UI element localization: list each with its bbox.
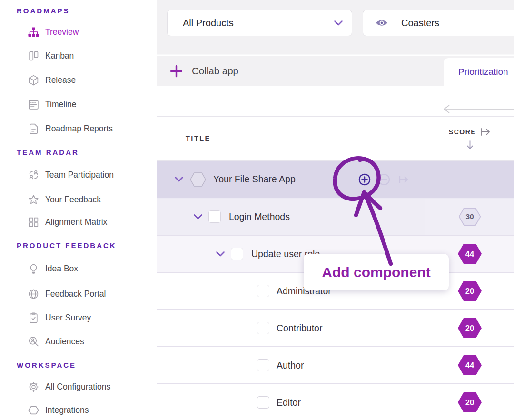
lightbulb-icon (27, 262, 40, 275)
sidebar-item-alignment-matrix[interactable]: Alignment Matrix (0, 210, 157, 233)
row-title: Editor (277, 397, 301, 408)
sidebar-item-label: Release (45, 75, 76, 85)
table-row-editor[interactable]: Editor 20 (157, 384, 514, 420)
column-header-score[interactable]: SCORE (425, 117, 514, 160)
row-title: Author (277, 360, 304, 371)
sidebar-item-label: User Survey (45, 313, 91, 323)
sidebar-item-team-participation[interactable]: Team Participation (0, 163, 157, 186)
column-divider (425, 86, 425, 116)
sidebar-item-label: Timeline (45, 100, 76, 110)
row-checkbox[interactable] (208, 210, 221, 223)
grid-icon (27, 216, 40, 228)
sidebar-item-label: Treeview (45, 27, 79, 37)
row-checkbox[interactable] (257, 396, 269, 409)
score-badge[interactable]: 44 (458, 355, 482, 375)
score-badge[interactable]: 30 (459, 208, 481, 226)
table-row-contributor[interactable]: Contributor 20 (157, 310, 514, 347)
toolbar: Collab app Prioritization (157, 56, 514, 86)
product-filter-dropdown[interactable]: All Products (167, 10, 352, 36)
tab-prioritization[interactable]: Prioritization (444, 58, 514, 86)
main-panel: All Products Coasters Collab app Priorit… (157, 0, 514, 420)
sidebar-section-team-radar: TEAM RADAR (17, 141, 79, 162)
add-collab-app-button[interactable]: Collab app (170, 61, 238, 81)
row-checkbox[interactable] (231, 248, 243, 260)
score-badge[interactable]: 20 (458, 392, 482, 412)
remove-component-button[interactable] (378, 173, 390, 186)
add-component-tooltip: Add component (304, 254, 449, 290)
tab-label: Prioritization (458, 67, 508, 77)
eye-icon (376, 18, 388, 28)
chevron-down-icon[interactable] (216, 251, 225, 257)
chevron-down-icon[interactable] (193, 214, 203, 220)
people-orbit-icon (27, 169, 40, 181)
person-search-icon (27, 335, 40, 348)
globe-icon (27, 288, 40, 300)
product-hexagon-icon (189, 170, 207, 189)
sidebar-item-audiences[interactable]: Audiences (0, 330, 157, 353)
sidebar-item-kanban[interactable]: Kanban (0, 44, 157, 67)
kanban-icon (27, 50, 40, 62)
sidebar-item-label: Idea Box (45, 264, 78, 274)
tooltip-label: Add component (322, 264, 430, 280)
sidebar-item-label: Team Participation (45, 170, 114, 180)
row-title: Your File Share App (213, 174, 296, 185)
table-row-author[interactable]: Author 44 (157, 347, 514, 384)
chevron-down-icon[interactable] (174, 176, 184, 182)
add-component-button[interactable] (358, 173, 371, 186)
sidebar: ROADMAPS Treeview Kanban Release Timelin… (0, 0, 157, 420)
score-cell (425, 161, 514, 198)
table-row-your-file-share-app[interactable]: Your File Share App (157, 161, 514, 199)
sidebar-item-label: Audiences (45, 337, 84, 347)
sidebar-section-product-feedback: PRODUCT FEEDBACK (17, 235, 117, 256)
sort-desc-icon (466, 140, 474, 150)
sidebar-item-label: Integrations (45, 405, 89, 415)
timeline-icon (27, 98, 40, 110)
sidebar-item-feedback-portal[interactable]: Feedback Portal (0, 282, 157, 305)
sidebar-item-label: Your Feedback (45, 195, 101, 205)
column-header-strip (157, 86, 514, 116)
sidebar-item-label: Kanban (45, 51, 74, 61)
sidebar-item-idea-box[interactable]: Idea Box (0, 257, 157, 280)
topbar: All Products Coasters (157, 0, 514, 55)
sidebar-item-roadmap-reports[interactable]: Roadmap Reports (0, 117, 157, 140)
score-cell: 44 (425, 347, 514, 383)
sidebar-item-all-configurations[interactable]: All Configurations (0, 375, 157, 398)
chevron-down-icon (334, 20, 343, 26)
row-checkbox[interactable] (257, 359, 269, 371)
column-resize-arrow-icon[interactable] (443, 104, 514, 114)
sidebar-item-your-feedback[interactable]: Your Feedback (0, 188, 157, 211)
score-badge[interactable]: 44 (458, 244, 482, 264)
sidebar-item-release[interactable]: Release (0, 69, 157, 91)
hexagon-icon (27, 404, 40, 416)
row-title: Login Methods (229, 211, 290, 222)
row-actions (358, 173, 410, 186)
clipboard-check-icon (27, 311, 40, 324)
score-cell: 30 (425, 199, 514, 235)
score-badge[interactable]: 20 (458, 281, 482, 301)
score-badge[interactable]: 20 (458, 318, 482, 338)
column-header-title[interactable]: TITLE (157, 117, 425, 160)
product-filter-value: All Products (183, 18, 334, 29)
row-checkbox[interactable] (257, 285, 269, 297)
treeview-icon (27, 26, 40, 38)
table-body: Your File Share App Login Methods (157, 161, 514, 420)
sidebar-item-user-survey[interactable]: User Survey (0, 306, 157, 329)
sidebar-section-roadmaps: ROADMAPS (17, 0, 70, 21)
sidebar-section-workspace: WORKSPACE (17, 354, 76, 375)
sidebar-item-label: Alignment Matrix (45, 217, 107, 227)
maps-to-icon[interactable] (397, 173, 410, 186)
table-row-login-methods[interactable]: Login Methods 30 (157, 199, 514, 236)
view-selector[interactable]: Coasters (363, 10, 514, 36)
sidebar-item-label: Feedback Portal (45, 289, 106, 299)
row-checkbox[interactable] (257, 322, 269, 334)
sidebar-item-label: All Configurations (45, 382, 110, 392)
sidebar-item-treeview[interactable]: Treeview (0, 20, 157, 43)
sidebar-item-label: Roadmap Reports (45, 124, 113, 134)
release-cube-icon (27, 74, 40, 86)
sidebar-item-timeline[interactable]: Timeline (0, 93, 157, 116)
sidebar-item-integrations[interactable]: Integrations (0, 399, 157, 420)
gear-icon (27, 380, 40, 393)
row-title: Contributor (277, 323, 322, 334)
star-icon (27, 193, 40, 206)
plus-icon (170, 65, 183, 78)
